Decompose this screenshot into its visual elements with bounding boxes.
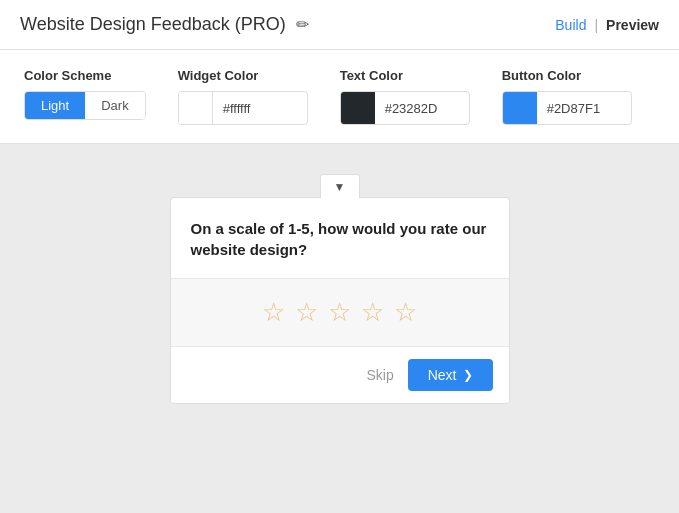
top-bar-right: Build | Preview: [555, 17, 659, 33]
button-color-group: Button Color #2D87F1: [502, 68, 632, 125]
next-chevron-icon: ❯: [463, 368, 473, 382]
top-bar-left: Website Design Feedback (PRO) ✏: [20, 14, 309, 35]
text-color-picker[interactable]: #23282D: [340, 91, 470, 125]
widget-color-group: Widget Color #ffffff: [178, 68, 308, 125]
button-color-value: #2D87F1: [537, 101, 610, 116]
page-title: Website Design Feedback (PRO): [20, 14, 286, 35]
text-color-label: Text Color: [340, 68, 470, 83]
edit-icon[interactable]: ✏: [296, 15, 309, 34]
widget-color-value: #ffffff: [213, 101, 261, 116]
widget-question-section: On a scale of 1-5, how would you rate ou…: [171, 198, 509, 279]
preview-area: ▼ On a scale of 1-5, how would you rate …: [0, 144, 679, 513]
top-bar: Website Design Feedback (PRO) ✏ Build | …: [0, 0, 679, 50]
color-scheme-group: Color Scheme Light Dark: [24, 68, 146, 120]
widget-card: On a scale of 1-5, how would you rate ou…: [170, 197, 510, 404]
star-3[interactable]: ☆: [328, 297, 351, 328]
color-scheme-label: Color Scheme: [24, 68, 146, 83]
button-color-picker[interactable]: #2D87F1: [502, 91, 632, 125]
next-button-label: Next: [428, 367, 457, 383]
widget-color-label: Widget Color: [178, 68, 308, 83]
chevron-down-icon: ▼: [334, 180, 346, 194]
button-color-label: Button Color: [502, 68, 632, 83]
nav-divider: |: [594, 17, 598, 33]
widget-wrapper: ▼ On a scale of 1-5, how would you rate …: [170, 174, 510, 404]
build-link[interactable]: Build: [555, 17, 586, 33]
widget-tab-box[interactable]: ▼: [320, 174, 360, 198]
text-color-group: Text Color #23282D: [340, 68, 470, 125]
star-2[interactable]: ☆: [295, 297, 318, 328]
widget-actions-section: Skip Next ❯: [171, 347, 509, 403]
star-5[interactable]: ☆: [394, 297, 417, 328]
light-mode-button[interactable]: Light: [25, 92, 85, 119]
widget-color-swatch: [179, 91, 213, 125]
next-button[interactable]: Next ❯: [408, 359, 493, 391]
widget-tab: ▼: [170, 174, 510, 198]
star-1[interactable]: ☆: [262, 297, 285, 328]
text-color-value: #23282D: [375, 101, 448, 116]
star-4[interactable]: ☆: [361, 297, 384, 328]
text-color-swatch: [341, 91, 375, 125]
color-scheme-toggle: Light Dark: [24, 91, 146, 120]
widget-question-text: On a scale of 1-5, how would you rate ou…: [191, 218, 489, 260]
preview-link[interactable]: Preview: [606, 17, 659, 33]
widget-color-picker[interactable]: #ffffff: [178, 91, 308, 125]
dark-mode-button[interactable]: Dark: [85, 92, 144, 119]
skip-button[interactable]: Skip: [366, 367, 393, 383]
widget-rating-section[interactable]: ☆ ☆ ☆ ☆ ☆: [171, 279, 509, 347]
controls-bar: Color Scheme Light Dark Widget Color #ff…: [0, 50, 679, 144]
button-color-swatch: [503, 91, 537, 125]
